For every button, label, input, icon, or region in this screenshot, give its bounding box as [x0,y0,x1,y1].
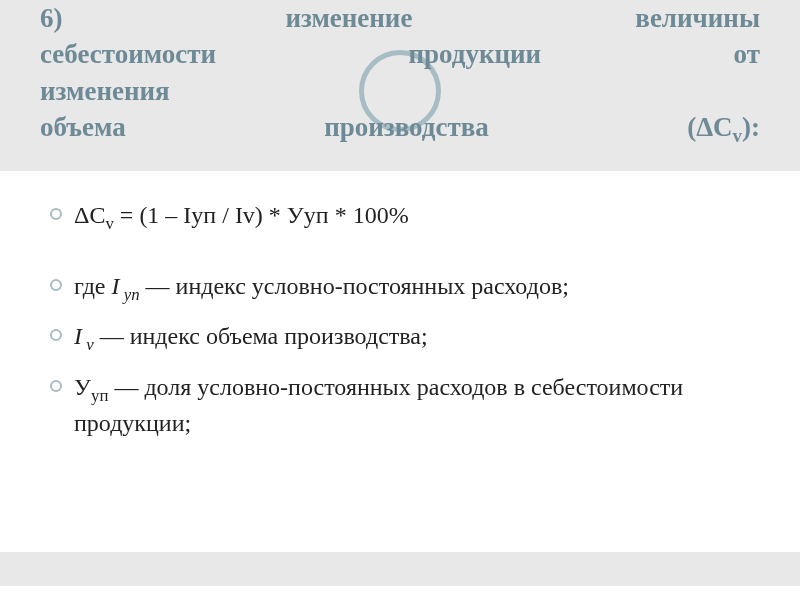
title-part: изменение [285,3,412,33]
definition-text: Ууп — доля условно-постоянных расходов в… [74,374,683,436]
list-item: Ууп — доля условно-постоянных расходов в… [50,371,750,440]
content-area: ΔСv = (1 – Iуп / Iv) * Ууп * 100% где I … [0,171,800,439]
title-line-2: себестоимости продукции от [40,36,760,72]
footer-strip [0,552,800,586]
var-italic: I [112,273,120,299]
subscript: уп [120,284,140,303]
title-fragment: (ΔС [687,112,732,142]
subscript: v [82,335,94,354]
title-fragment: ): [742,112,760,142]
title-part: от [734,39,760,69]
text-fragment: — индекс условно-постоянных расходов; [140,273,569,299]
bullet-list: ΔСv = (1 – Iуп / Iv) * Ууп * 100% где I … [50,199,750,439]
title-part: 6) [40,3,63,33]
title-line-3: изменения [40,73,760,109]
text-fragment: — доля условно-постоянных расходов в себ… [74,374,683,436]
list-item: I v — индекс объема производства; [50,320,750,356]
title-part: (ΔСv): [687,112,760,142]
title-part: величины [635,3,760,33]
text-fragment: ΔС [74,202,105,228]
title-part: объема [40,112,126,142]
title-part: производства [324,112,489,142]
title-subscript: v [733,126,742,147]
text-fragment: где [74,273,112,299]
list-item: ΔСv = (1 – Iуп / Iv) * Ууп * 100% [50,199,750,235]
list-item: где I уп — индекс условно-постоянных рас… [50,270,750,306]
title-part: себестоимости [40,39,216,69]
header-strip: 6) изменение величины себестоимости прод… [0,0,800,171]
subscript: уп [91,385,108,404]
title-part: изменения [40,76,170,106]
slide-title: 6) изменение величины себестоимости прод… [40,0,760,149]
text-fragment: = (1 – Iуп / Iv) * Ууп * 100% [114,202,409,228]
title-line-1: 6) изменение величины [40,0,760,36]
formula-text: ΔСv = (1 – Iуп / Iv) * Ууп * 100% [74,202,409,228]
title-part: продукции [408,39,541,69]
var-italic: I [74,323,82,349]
title-line-4: объема производства (ΔСv): [40,109,760,149]
text-fragment: У [74,374,91,400]
definition-text: где I уп — индекс условно-постоянных рас… [74,273,569,299]
slide: 6) изменение величины себестоимости прод… [0,0,800,600]
text-fragment: — индекс объема производства; [94,323,428,349]
definition-text: I v — индекс объема производства; [74,323,428,349]
subscript: v [105,214,113,233]
